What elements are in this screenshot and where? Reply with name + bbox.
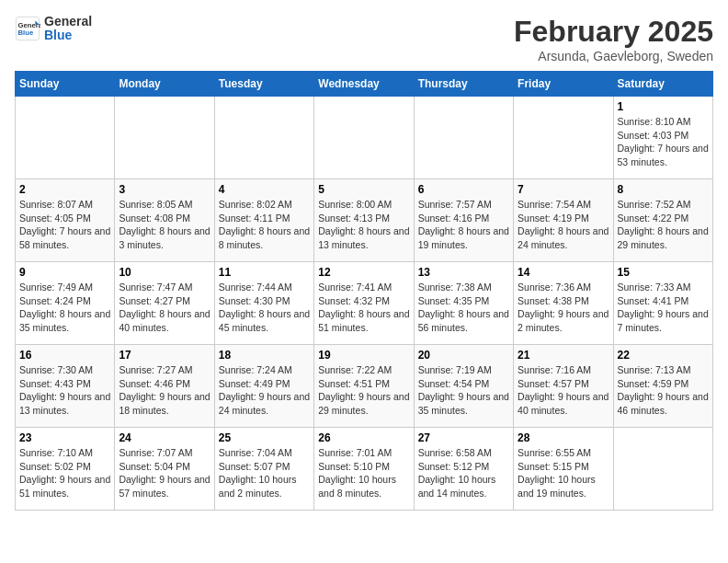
location-subtitle: Arsunda, Gaevleborg, Sweden — [514, 49, 713, 63]
calendar-cell: 8Sunrise: 7:52 AM Sunset: 4:22 PM Daylig… — [613, 179, 712, 262]
calendar-cell: 2Sunrise: 8:07 AM Sunset: 4:05 PM Daylig… — [16, 179, 115, 262]
calendar-cell: 24Sunrise: 7:07 AM Sunset: 5:04 PM Dayli… — [115, 428, 214, 511]
day-number: 21 — [518, 349, 609, 362]
week-row-3: 9Sunrise: 7:49 AM Sunset: 4:24 PM Daylig… — [16, 262, 713, 345]
calendar-cell: 14Sunrise: 7:36 AM Sunset: 4:38 PM Dayli… — [514, 262, 613, 345]
day-number: 11 — [219, 266, 310, 279]
day-info: Sunrise: 7:22 AM Sunset: 4:51 PM Dayligh… — [318, 363, 409, 418]
calendar-cell: 22Sunrise: 7:13 AM Sunset: 4:59 PM Dayli… — [613, 345, 712, 428]
calendar-cell: 27Sunrise: 6:58 AM Sunset: 5:12 PM Dayli… — [414, 428, 513, 511]
day-info: Sunrise: 7:47 AM Sunset: 4:27 PM Dayligh… — [119, 281, 210, 335]
logo-blue: Blue — [44, 28, 72, 42]
day-info: Sunrise: 6:55 AM Sunset: 5:15 PM Dayligh… — [518, 446, 609, 500]
day-info: Sunrise: 7:07 AM Sunset: 5:04 PM Dayligh… — [119, 446, 210, 500]
day-info: Sunrise: 8:02 AM Sunset: 4:11 PM Dayligh… — [219, 198, 310, 252]
weekday-header-tuesday: Tuesday — [214, 72, 313, 97]
calendar-cell: 18Sunrise: 7:24 AM Sunset: 4:49 PM Dayli… — [214, 345, 313, 428]
weekday-header-friday: Friday — [514, 72, 613, 97]
day-number: 25 — [219, 431, 310, 444]
title-block: February 2025 Arsunda, Gaevleborg, Swede… — [514, 15, 713, 63]
day-info: Sunrise: 8:07 AM Sunset: 4:05 PM Dayligh… — [19, 198, 110, 252]
calendar-cell: 19Sunrise: 7:22 AM Sunset: 4:51 PM Dayli… — [314, 345, 414, 428]
day-number: 4 — [219, 183, 310, 196]
day-info: Sunrise: 7:36 AM Sunset: 4:38 PM Dayligh… — [518, 281, 609, 335]
day-number: 27 — [418, 431, 509, 444]
calendar-cell: 13Sunrise: 7:38 AM Sunset: 4:35 PM Dayli… — [414, 262, 513, 345]
day-info: Sunrise: 7:49 AM Sunset: 4:24 PM Dayligh… — [19, 281, 110, 335]
weekday-header-monday: Monday — [115, 72, 214, 97]
calendar-cell: 12Sunrise: 7:41 AM Sunset: 4:32 PM Dayli… — [314, 262, 414, 345]
day-info: Sunrise: 7:27 AM Sunset: 4:46 PM Dayligh… — [119, 363, 210, 418]
day-number: 23 — [19, 431, 110, 444]
weekday-header-wednesday: Wednesday — [314, 72, 414, 97]
day-number: 9 — [19, 266, 110, 279]
day-number: 8 — [618, 183, 709, 196]
day-number: 22 — [618, 349, 709, 362]
day-number: 14 — [518, 266, 609, 279]
calendar-cell: 9Sunrise: 7:49 AM Sunset: 4:24 PM Daylig… — [16, 262, 115, 345]
weekday-header-sunday: Sunday — [16, 72, 115, 97]
day-info: Sunrise: 7:52 AM Sunset: 4:22 PM Dayligh… — [618, 198, 709, 252]
day-number: 19 — [318, 349, 409, 362]
day-info: Sunrise: 7:16 AM Sunset: 4:57 PM Dayligh… — [518, 363, 609, 418]
calendar-cell: 20Sunrise: 7:19 AM Sunset: 4:54 PM Dayli… — [414, 345, 513, 428]
day-number: 7 — [518, 183, 609, 196]
day-info: Sunrise: 7:19 AM Sunset: 4:54 PM Dayligh… — [418, 363, 509, 418]
calendar-cell: 1Sunrise: 8:10 AM Sunset: 4:03 PM Daylig… — [613, 97, 712, 179]
calendar-cell — [314, 97, 414, 179]
day-number: 17 — [119, 349, 210, 362]
calendar-cell — [613, 428, 712, 511]
day-info: Sunrise: 7:01 AM Sunset: 5:10 PM Dayligh… — [318, 446, 409, 500]
logo-icon: General Blue — [15, 16, 40, 41]
calendar-cell — [16, 97, 115, 179]
day-info: Sunrise: 7:38 AM Sunset: 4:35 PM Dayligh… — [418, 281, 509, 335]
calendar-cell: 10Sunrise: 7:47 AM Sunset: 4:27 PM Dayli… — [115, 262, 214, 345]
day-info: Sunrise: 7:10 AM Sunset: 5:02 PM Dayligh… — [19, 446, 110, 500]
calendar-cell: 4Sunrise: 8:02 AM Sunset: 4:11 PM Daylig… — [214, 179, 313, 262]
logo: General Blue General Blue — [15, 15, 92, 43]
day-number: 24 — [119, 431, 210, 444]
calendar-cell: 7Sunrise: 7:54 AM Sunset: 4:19 PM Daylig… — [514, 179, 613, 262]
day-info: Sunrise: 7:54 AM Sunset: 4:19 PM Dayligh… — [518, 198, 609, 252]
calendar-cell: 16Sunrise: 7:30 AM Sunset: 4:43 PM Dayli… — [16, 345, 115, 428]
calendar-cell: 23Sunrise: 7:10 AM Sunset: 5:02 PM Dayli… — [16, 428, 115, 511]
day-number: 26 — [318, 431, 409, 444]
svg-text:General: General — [18, 21, 41, 29]
day-number: 6 — [418, 183, 509, 196]
day-info: Sunrise: 8:00 AM Sunset: 4:13 PM Dayligh… — [318, 198, 409, 252]
month-title: February 2025 — [514, 15, 713, 49]
calendar-cell: 21Sunrise: 7:16 AM Sunset: 4:57 PM Dayli… — [514, 345, 613, 428]
day-number: 5 — [318, 183, 409, 196]
week-row-2: 2Sunrise: 8:07 AM Sunset: 4:05 PM Daylig… — [16, 179, 713, 262]
logo-general: General — [44, 14, 92, 29]
svg-text:Blue: Blue — [18, 29, 34, 37]
day-number: 16 — [19, 349, 110, 362]
calendar-cell — [414, 97, 513, 179]
day-number: 28 — [518, 431, 609, 444]
day-number: 3 — [119, 183, 210, 196]
day-info: Sunrise: 7:30 AM Sunset: 4:43 PM Dayligh… — [19, 363, 110, 418]
calendar-cell: 6Sunrise: 7:57 AM Sunset: 4:16 PM Daylig… — [414, 179, 513, 262]
calendar-cell — [514, 97, 613, 179]
day-info: Sunrise: 7:13 AM Sunset: 4:59 PM Dayligh… — [618, 363, 709, 418]
calendar-cell — [115, 97, 214, 179]
day-number: 10 — [119, 266, 210, 279]
day-info: Sunrise: 7:04 AM Sunset: 5:07 PM Dayligh… — [219, 446, 310, 500]
day-number: 12 — [318, 266, 409, 279]
week-row-1: 1Sunrise: 8:10 AM Sunset: 4:03 PM Daylig… — [16, 97, 713, 179]
calendar-cell: 5Sunrise: 8:00 AM Sunset: 4:13 PM Daylig… — [314, 179, 414, 262]
day-info: Sunrise: 6:58 AM Sunset: 5:12 PM Dayligh… — [418, 446, 509, 500]
day-info: Sunrise: 7:41 AM Sunset: 4:32 PM Dayligh… — [318, 281, 409, 335]
day-number: 2 — [19, 183, 110, 196]
day-info: Sunrise: 7:24 AM Sunset: 4:49 PM Dayligh… — [219, 363, 310, 418]
calendar-cell: 3Sunrise: 8:05 AM Sunset: 4:08 PM Daylig… — [115, 179, 214, 262]
day-number: 1 — [618, 100, 709, 113]
day-number: 15 — [618, 266, 709, 279]
calendar-cell: 17Sunrise: 7:27 AM Sunset: 4:46 PM Dayli… — [115, 345, 214, 428]
calendar-cell: 26Sunrise: 7:01 AM Sunset: 5:10 PM Dayli… — [314, 428, 414, 511]
day-info: Sunrise: 7:57 AM Sunset: 4:16 PM Dayligh… — [418, 198, 509, 252]
calendar-cell — [214, 97, 313, 179]
calendar-cell: 11Sunrise: 7:44 AM Sunset: 4:30 PM Dayli… — [214, 262, 313, 345]
day-info: Sunrise: 8:10 AM Sunset: 4:03 PM Dayligh… — [618, 115, 709, 169]
weekday-header-row: SundayMondayTuesdayWednesdayThursdayFrid… — [16, 72, 713, 97]
